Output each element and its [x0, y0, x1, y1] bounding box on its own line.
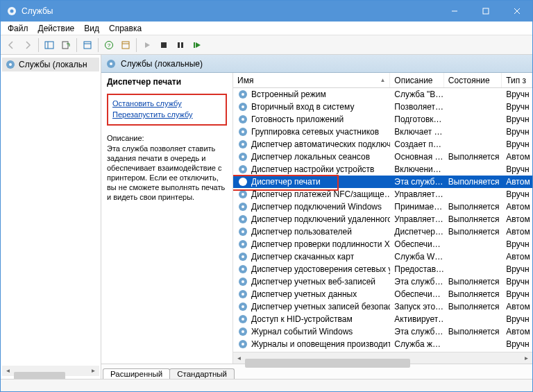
nav-forward-button[interactable]	[20, 37, 35, 53]
stop-service-link[interactable]: Остановить службу	[112, 98, 221, 109]
table-row[interactable]: Диспетчер удостоверения сетевых уч…Предо…	[233, 263, 532, 275]
table-row[interactable]: Диспетчер настройки устройствВключени…Вр…	[233, 163, 532, 176]
table-row[interactable]: Диспетчер учетных веб-записейЭта служб…В…	[233, 275, 532, 288]
list-horizontal-scrollbar[interactable]: ◄ ►	[233, 352, 532, 364]
scroll-left-button[interactable]: ◄	[233, 352, 245, 364]
menubar: Файл Действие Вид Справка	[1, 22, 532, 35]
separator	[76, 38, 77, 52]
menu-help[interactable]: Справка	[105, 22, 146, 35]
table-row[interactable]: Диспетчер подключений удаленного…Управля…	[233, 213, 532, 225]
cell-name: Доступ к HID-устройствам	[233, 313, 390, 325]
tab-standard[interactable]: Стандартный	[169, 368, 235, 379]
menu-file[interactable]: Файл	[3, 22, 33, 35]
svg-text:?: ?	[108, 42, 111, 49]
service-list: Имя▲ Описание Состояние Тип з Встроенный…	[233, 73, 532, 364]
svg-point-40	[242, 180, 244, 183]
tab-extended[interactable]: Расширенный	[103, 368, 170, 379]
table-row[interactable]: Встроенный режимСлужба "В…Вручн	[233, 88, 532, 101]
table-row[interactable]: Диспетчер пользователейДиспетчер…Выполня…	[233, 225, 532, 238]
table-row[interactable]: Вторичный вход в системуПозволяет…Вручн	[233, 101, 532, 113]
detail-pane: Диспетчер печати Остановить службу Перез…	[101, 73, 233, 364]
cell-description: Служба "В…	[390, 88, 443, 101]
tree-item-services-local[interactable]: Службы (локальн	[2, 58, 99, 71]
maximize-button[interactable]	[470, 1, 501, 22]
svg-point-36	[242, 155, 244, 158]
cell-name: Журнал событий Windows	[233, 325, 390, 338]
separator	[136, 38, 137, 52]
titlebar[interactable]: Службы	[1, 1, 532, 22]
table-row[interactable]: Диспетчер локальных сеансовОсновная …Вып…	[233, 151, 532, 163]
cell-name: Диспетчер проверки подлинности X…	[233, 238, 390, 250]
scroll-thumb[interactable]	[14, 372, 65, 380]
table-row[interactable]: Диспетчер автоматических подключ…Создает…	[233, 138, 532, 151]
cell-name: Журналы и оповещения производите…	[233, 338, 390, 350]
table-row[interactable]: Диспетчер проверки подлинности X…Обеспеч…	[233, 238, 532, 250]
column-state[interactable]: Состояние	[444, 73, 502, 87]
table-row[interactable]: Готовность приложенийПодготовк…Вручн	[233, 113, 532, 126]
cell-type: Вручн	[502, 313, 532, 325]
minimize-button[interactable]	[439, 1, 470, 22]
nav-back-button[interactable]	[3, 37, 19, 53]
scroll-left-button[interactable]: ◄	[2, 366, 14, 376]
cell-description: Включает …	[390, 126, 443, 138]
cell-state	[444, 126, 502, 138]
column-name[interactable]: Имя▲	[233, 73, 390, 87]
gear-icon	[237, 276, 248, 287]
cell-type: Автом	[502, 225, 532, 238]
cell-type: Вручн	[502, 163, 532, 176]
table-row[interactable]: Диспетчер платежей NFC/защище…Управляет……	[233, 188, 532, 201]
cell-description: Служба W…	[390, 250, 443, 263]
list-rows[interactable]: Встроенный режимСлужба "В…ВручнВторичный…	[233, 88, 532, 352]
gear-icon	[237, 239, 248, 250]
svg-point-44	[242, 205, 244, 208]
export-list-button[interactable]	[58, 37, 74, 53]
table-row[interactable]: Диспетчер учетных данныхОбеспечи…Выполня…	[233, 288, 532, 300]
table-row[interactable]: Диспетчер учетных записей безопасн…Запус…	[233, 300, 532, 313]
services-icon	[105, 58, 117, 69]
pause-service-button[interactable]	[173, 37, 188, 53]
scroll-right-button[interactable]: ►	[521, 352, 532, 364]
tree-horizontal-scrollbar[interactable]: ◄ ►	[2, 366, 99, 376]
stop-service-button[interactable]	[156, 37, 171, 53]
separator	[98, 38, 99, 52]
cell-description: Включени…	[390, 163, 443, 176]
table-row[interactable]: Диспетчер скачанных картСлужба W…Автом	[233, 250, 532, 263]
cell-state: Выполняется	[444, 151, 502, 163]
cell-name: Диспетчер локальных сеансов	[233, 151, 390, 163]
table-row[interactable]: Диспетчер печатиЭта служб…ВыполняетсяАвт…	[233, 176, 532, 188]
scroll-right-button[interactable]: ►	[87, 366, 99, 376]
cell-type: Вручн	[502, 338, 532, 350]
start-service-button[interactable]	[139, 37, 155, 53]
cell-type: Вручн	[502, 275, 532, 288]
help-button[interactable]: ?	[101, 37, 117, 53]
table-row[interactable]: Доступ к HID-устройствамАктивирует…Вручн	[233, 313, 532, 325]
gear-icon	[237, 189, 248, 200]
cell-type: Автом	[502, 300, 532, 313]
show-hide-tree-button[interactable]	[42, 37, 57, 53]
table-row[interactable]: Журналы и оповещения производите…Служба …	[233, 338, 532, 350]
table-row[interactable]: Журнал событий WindowsЭта служб…Выполняе…	[233, 325, 532, 338]
restart-service-button[interactable]	[189, 37, 205, 53]
cell-state	[444, 250, 502, 263]
cell-description: Предостав…	[390, 263, 443, 275]
gear-icon	[237, 301, 248, 312]
table-row[interactable]: Группировка сетевых участниковВключает ……	[233, 126, 532, 138]
scroll-thumb[interactable]	[245, 359, 410, 368]
table-row[interactable]: Диспетчер подключений WindowsПринимае…Вы…	[233, 201, 532, 213]
cell-type: Вручн	[502, 101, 532, 113]
restart-service-link[interactable]: Перезапустить службу	[112, 109, 221, 120]
gear-icon	[237, 114, 248, 125]
gear-icon	[237, 314, 248, 325]
properties-button[interactable]	[118, 37, 133, 53]
close-button[interactable]	[501, 1, 532, 22]
menu-view[interactable]: Вид	[80, 22, 103, 35]
column-description[interactable]: Описание	[390, 73, 443, 87]
column-startup-type[interactable]: Тип з	[502, 73, 532, 87]
cell-description: Запуск это…	[390, 300, 443, 313]
menu-action[interactable]: Действие	[34, 22, 79, 35]
cell-type: Вручн	[502, 288, 532, 300]
refresh-button[interactable]	[80, 37, 95, 53]
cell-name: Диспетчер учетных данных	[233, 288, 390, 300]
svg-point-38	[242, 168, 244, 171]
cell-state: Выполняется	[444, 176, 502, 188]
